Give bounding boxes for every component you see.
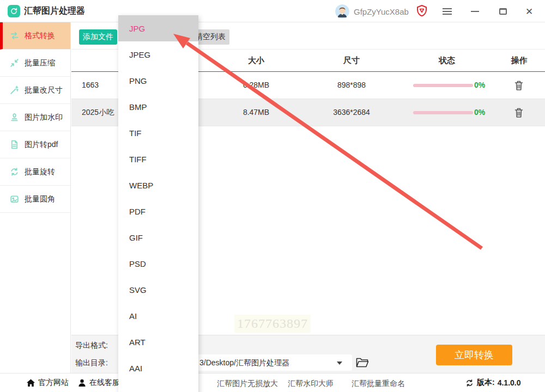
official-site-label: 官方网站 [38, 378, 69, 388]
customer-service-link[interactable]: 在线客服 [77, 378, 120, 388]
maximize-button[interactable] [495, 4, 511, 19]
delete-file-button[interactable] [514, 107, 524, 118]
sidebar-item-label: 批量圆角 [25, 194, 55, 204]
format-option-webp[interactable]: WEBP [118, 172, 198, 198]
progress-bar [413, 111, 473, 114]
format-option-gif[interactable]: GIF [118, 224, 198, 250]
progress-percent: 0% [466, 81, 493, 89]
app-title: 汇帮图片处理器 [24, 5, 85, 17]
sidebar-item-batch-resize[interactable]: 批量改尺寸 [0, 77, 70, 104]
chevron-down-icon [337, 362, 342, 365]
minimize-button[interactable] [467, 4, 483, 19]
column-status: 状态 [420, 56, 474, 66]
footer-link-watermark-master[interactable]: 汇帮水印大师 [288, 379, 334, 389]
person-icon [77, 378, 87, 388]
output-dir-value: 3/Desktop/汇帮图片处理器 [199, 358, 289, 368]
batch-compress-icon [9, 58, 20, 68]
app-logo-icon [8, 5, 20, 17]
sidebar: 格式转换 批量压缩 批量改尺寸 图片加水印 图片转pdf [0, 22, 71, 373]
menu-button[interactable] [439, 4, 455, 19]
file-size: 0.28MB [229, 81, 283, 89]
official-site-link[interactable]: 官方网站 [26, 378, 69, 388]
home-icon [26, 378, 35, 388]
file-name: 1663 [82, 81, 99, 89]
format-option-aai[interactable]: AAI [118, 355, 198, 381]
format-option-svg[interactable]: SVG [118, 277, 198, 303]
image-to-pdf-icon [9, 139, 20, 150]
column-size: 大小 [229, 56, 283, 66]
watermark-icon [9, 112, 20, 122]
format-option-png[interactable]: PNG [118, 68, 198, 94]
sidebar-item-label: 批量旋转 [25, 167, 55, 177]
user-avatar [335, 4, 349, 19]
close-button[interactable]: ✕ [521, 4, 537, 19]
sidebar-item-label: 格式转换 [25, 31, 55, 41]
vip-badge-icon[interactable] [416, 4, 428, 17]
titlebar: 汇帮图片处理器 GfpZyYucX8ab [0, 0, 545, 22]
update-refresh-icon [465, 378, 474, 388]
format-option-ai[interactable]: AI [118, 303, 198, 329]
footer-link-batch-rename[interactable]: 汇帮批量重命名 [352, 379, 405, 389]
rounded-corner-icon [9, 194, 20, 204]
format-option-tiff[interactable]: TIFF [118, 146, 198, 172]
maximize-icon [499, 8, 507, 15]
column-dimensions: 尺寸 [319, 56, 384, 66]
sidebar-item-watermark[interactable]: 图片加水印 [0, 104, 70, 131]
progress-percent: 0% [466, 108, 493, 117]
format-convert-icon [9, 30, 20, 41]
sidebar-item-label: 图片加水印 [25, 113, 63, 122]
batch-resize-icon [9, 85, 20, 95]
export-format-label: 导出格式: [75, 341, 108, 351]
sidebar-item-label: 批量压缩 [25, 58, 55, 68]
sidebar-item-rounded-corner[interactable]: 批量圆角 [0, 186, 70, 213]
footer: 官方网站 在线客服 汇帮图片无损放大 汇帮水印大师 汇帮批量重命名 版本: 4.… [0, 373, 545, 392]
sidebar-item-label: 图片转pdf [25, 140, 58, 150]
file-dimensions: 898*898 [319, 81, 384, 89]
account-menu[interactable]: GfpZyYucX8ab [335, 4, 409, 19]
format-option-pdf[interactable]: PDF [118, 198, 198, 224]
output-dir-label: 输出目录: [75, 358, 108, 368]
browse-folder-button[interactable] [355, 356, 370, 369]
batch-rotate-icon [9, 167, 20, 177]
delete-file-button[interactable] [514, 80, 524, 91]
file-name: 2025小吃 [82, 108, 114, 118]
hamburger-icon [443, 7, 452, 16]
format-option-jpeg[interactable]: JPEG [118, 41, 198, 68]
sidebar-item-batch-compress[interactable]: 批量压缩 [0, 50, 70, 77]
file-dimensions: 3636*2684 [319, 108, 384, 117]
version-info: 版本: 4.1.0.0 [465, 378, 521, 388]
watermark-text: 1767763897 [234, 315, 311, 333]
format-option-art[interactable]: ART [118, 329, 198, 355]
footer-link-lossless-enlarge[interactable]: 汇帮图片无损放大 [217, 379, 278, 389]
version-label: 版本: [477, 378, 495, 388]
convert-now-button[interactable]: 立即转换 [436, 345, 512, 365]
add-file-button[interactable]: 添加文件 [79, 29, 117, 45]
sidebar-item-image-to-pdf[interactable]: 图片转pdf [0, 131, 70, 158]
column-action: 操作 [499, 56, 540, 66]
progress-bar [413, 84, 473, 87]
minimize-icon [471, 11, 479, 12]
customer-service-label: 在线客服 [89, 378, 120, 388]
app-window: 汇帮图片处理器 GfpZyYucX8ab [0, 0, 545, 392]
format-option-bmp[interactable]: BMP [118, 94, 198, 120]
sidebar-item-format-convert[interactable]: 格式转换 [0, 22, 70, 50]
format-dropdown-menu: JPG JPEG PNG BMP TIF TIFF WEBP PDF GIF P… [118, 15, 198, 392]
file-size: 8.47MB [229, 108, 283, 117]
username-label: GfpZyYucX8ab [354, 7, 409, 16]
format-option-jpg[interactable]: JPG [118, 15, 198, 41]
format-option-psd[interactable]: PSD [118, 250, 198, 277]
version-value: 4.1.0.0 [498, 378, 521, 387]
format-option-tif[interactable]: TIF [118, 120, 198, 146]
sidebar-item-batch-rotate[interactable]: 批量旋转 [0, 158, 70, 186]
sidebar-item-label: 批量改尺寸 [25, 85, 63, 95]
format-option-avif[interactable]: AVIF [118, 381, 198, 392]
